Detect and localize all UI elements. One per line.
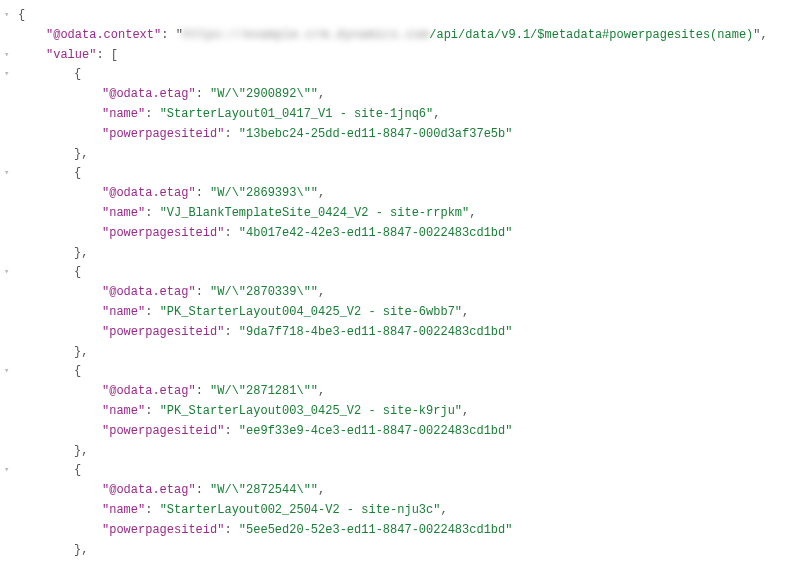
json-row: "name": "VJ_BlankTemplateSite_0424_V2 - … [18,204,794,224]
json-row: "@odata.etag": "W/\"2871281\"", [18,382,794,402]
collapse-toggle-icon[interactable]: ▾ [4,166,14,176]
etag-key: "@odata.etag" [102,87,196,101]
json-row: "@odata.etag": "W/\"2872544\"", [18,481,794,501]
json-row: "name": "PK_StarterLayout003_0425_V2 - s… [18,402,794,422]
collapse-toggle-icon[interactable]: ▾ [4,265,14,275]
json-object-close: }, [18,541,794,561]
value-key: "value" [46,48,96,62]
json-row: "powerpagesiteid": "ee9f33e9-4ce3-ed11-8… [18,422,794,442]
collapse-toggle-icon[interactable]: ▾ [4,67,14,77]
etag-value: "W/\"2900892\"" [210,87,318,101]
json-object-close: }, [18,244,794,264]
siteid-value: "5ee5ed20-52e3-ed11-8847-0022483cd1bd" [239,523,513,537]
name-value: "StarterLayout01_0417_V1 - site-1jnq6" [160,107,434,121]
name-value: "StarterLayout002_2504-V2 - site-nju3c" [160,503,441,517]
json-row: "name": "StarterLayout002_2504-V2 - site… [18,501,794,521]
json-row: "@odata.etag": "W/\"2869393\"", [18,184,794,204]
json-root-open: ▾ { [18,6,794,26]
collapse-toggle-icon[interactable]: ▾ [4,463,14,473]
json-object-open: ▾ { [18,461,794,481]
siteid-value: "9da7f718-4be3-ed11-8847-0022483cd1bd" [239,325,513,339]
collapse-toggle-icon[interactable]: ▾ [4,364,14,374]
value-array-open: ▾ "value": [ [18,46,794,66]
json-row: "name": "PK_StarterLayout004_0425_V2 - s… [18,303,794,323]
siteid-value: "13bebc24-25dd-ed11-8847-000d3af37e5b" [239,127,513,141]
json-row: "@odata.etag": "W/\"2870339\"", [18,283,794,303]
odata-context-line: "@odata.context": "https://example.crm.d… [18,26,794,46]
json-row: "powerpagesiteid": "4b017e42-42e3-ed11-8… [18,224,794,244]
etag-value: "W/\"2870339\"" [210,285,318,299]
json-object-open: ▾ { [18,65,794,85]
json-row: "powerpagesiteid": "13bebc24-25dd-ed11-8… [18,125,794,145]
name-value: "PK_StarterLayout004_0425_V2 - site-6wbb… [160,305,462,319]
etag-value: "W/\"2871281\"" [210,384,318,398]
json-viewer: ▾ { "@odata.context": "https://example.c… [0,0,800,566]
json-object-close: }, [18,343,794,363]
json-object-close: }, [18,145,794,165]
odata-context-tail: /api/data/v9.1/$metadata#powerpagesites(… [429,28,753,42]
json-row: "@odata.etag": "W/\"2900892\"", [18,85,794,105]
siteid-value: "ee9f33e9-4ce3-ed11-8847-0022483cd1bd" [239,424,513,438]
json-row: "powerpagesiteid": "9da7f718-4be3-ed11-8… [18,323,794,343]
collapse-toggle-icon[interactable]: ▾ [4,48,14,58]
siteid-key: "powerpagesiteid" [102,127,224,141]
odata-context-key: "@odata.context" [46,28,161,42]
name-value: "PK_StarterLayout003_0425_V2 - site-k9rj… [160,404,462,418]
json-object-close: }, [18,442,794,462]
etag-value: "W/\"2872544\"" [210,483,318,497]
json-row: "name": "StarterLayout01_0417_V1 - site-… [18,105,794,125]
json-object-open: ▾ { [18,263,794,283]
collapse-toggle-icon[interactable]: ▾ [4,8,14,18]
name-key: "name" [102,107,145,121]
odata-context-redacted: https://example.crm.dynamics.com [183,28,429,42]
json-row: "powerpagesiteid": "5ee5ed20-52e3-ed11-8… [18,521,794,541]
etag-value: "W/\"2869393\"" [210,186,318,200]
siteid-value: "4b017e42-42e3-ed11-8847-0022483cd1bd" [239,226,513,240]
json-object-open: ▾ { [18,362,794,382]
json-object-open: ▾ { [18,164,794,184]
brace-open: { [18,8,25,22]
name-value: "VJ_BlankTemplateSite_0424_V2 - site-rrp… [160,206,470,220]
